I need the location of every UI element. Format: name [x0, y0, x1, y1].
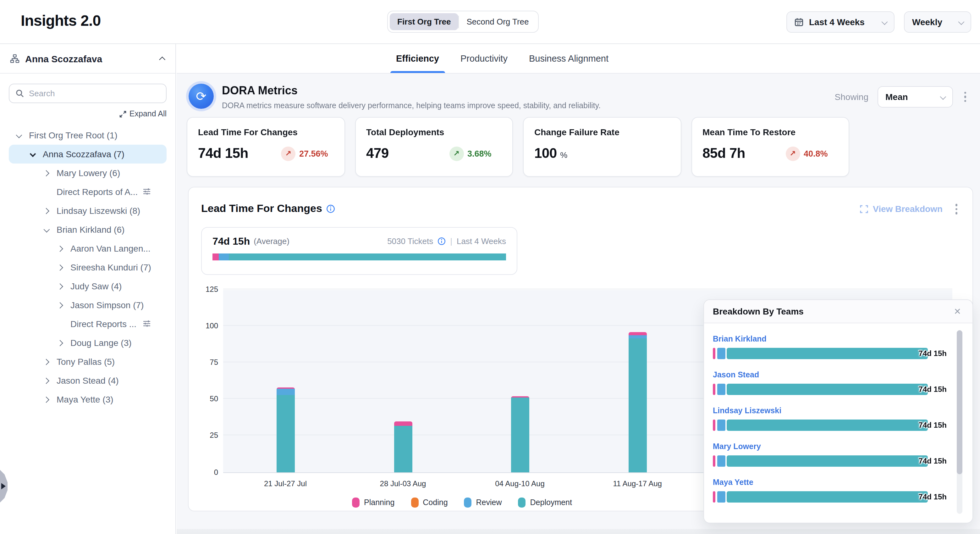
- filter-sliders-icon[interactable]: [143, 319, 151, 328]
- tree-item-label: Direct Reports of A...: [57, 187, 138, 197]
- chevron-right-icon[interactable]: [44, 378, 57, 383]
- chart-menu-button[interactable]: [953, 201, 960, 217]
- team-bar-deployment-segment: 74d 15h: [727, 348, 928, 359]
- chevron-right-icon[interactable]: [44, 397, 57, 402]
- x-axis-label-21-jul-27-jul: 21 Jul-27 Jul: [264, 479, 307, 488]
- bar-segment-planning: [628, 332, 646, 335]
- stacked-bar-21-jul-27-jul[interactable]: [276, 387, 294, 472]
- panel-scrollbar-thumb[interactable]: [957, 330, 963, 474]
- search-icon: [16, 89, 24, 97]
- team-bar-review-segment: [717, 419, 725, 431]
- chevron-down-icon: [881, 19, 888, 25]
- stacked-bar-28-jul-03-aug[interactable]: [394, 421, 412, 472]
- metric-card-mean-time-to-restore: Mean Time To Restore85d 7h↗40.8%: [691, 117, 849, 177]
- metric-value: 85d 7h: [702, 145, 786, 162]
- search-input[interactable]: [29, 89, 160, 98]
- tree-item-label: Tony Pallas (5): [57, 357, 115, 367]
- average-value: 74d 15h: [212, 236, 250, 247]
- trend-up-arrow-icon: ↗: [449, 146, 464, 161]
- expand-all-button[interactable]: Expand All: [9, 110, 167, 118]
- trend-delta-value: 27.56%: [299, 149, 328, 158]
- tree-item-maya-yette-3[interactable]: Maya Yette (3): [9, 390, 167, 409]
- chevron-right-icon[interactable]: [44, 359, 57, 364]
- legend-label: Planning: [364, 498, 395, 507]
- chevron-right-icon[interactable]: [58, 246, 70, 251]
- team-bar-deployment-segment: 74d 15h: [727, 491, 928, 502]
- average-stacked-bar: [212, 253, 506, 260]
- chevron-right-icon[interactable]: [44, 209, 57, 213]
- team-bar-planning-segment: [713, 384, 715, 395]
- chevron-right-icon[interactable]: [58, 303, 70, 307]
- second-org-tree-button[interactable]: Second Org Tree: [459, 13, 536, 30]
- top-right-controls: Last 4 Weeks Weekly: [786, 11, 971, 33]
- chevron-right-icon[interactable]: [58, 265, 70, 269]
- date-range-select[interactable]: Last 4 Weeks: [786, 11, 894, 33]
- tree-item-direct-reports-of-a[interactable]: Direct Reports of A...: [9, 182, 167, 201]
- info-icon[interactable]: [326, 205, 336, 214]
- tree-item-judy-saw-4[interactable]: Judy Saw (4): [9, 277, 167, 296]
- chevron-right-icon[interactable]: [58, 341, 70, 345]
- tree-item-lindsay-liszewski-8[interactable]: Lindsay Liszewski (8): [9, 201, 167, 220]
- metric-value: 74d 15h: [198, 145, 281, 162]
- team-value: 74d 15h: [919, 385, 947, 394]
- y-axis-tick-0: 0: [201, 468, 218, 477]
- tree-item-mary-lowery-6[interactable]: Mary Lowery (6): [9, 164, 167, 182]
- legend-item-planning: Planning: [352, 497, 395, 507]
- stacked-bar-11-aug-17-aug[interactable]: [628, 332, 646, 472]
- tree-item-label: Brian Kirkland (6): [57, 225, 124, 234]
- tree-item-jason-stead-4[interactable]: Jason Stead (4): [9, 371, 167, 390]
- team-name-link[interactable]: Mary Lowery: [713, 442, 972, 451]
- tab-efficiency[interactable]: Efficiency: [396, 44, 439, 73]
- tree-item-brian-kirkland-6[interactable]: Brian Kirkland (6): [9, 220, 167, 239]
- tree-item-tony-pallas-5[interactable]: Tony Pallas (5): [9, 352, 167, 371]
- chevron-down-icon[interactable]: [30, 152, 43, 156]
- average-summary-card: 74d 15h (Average) 5030 Tickets | Last 4 …: [201, 227, 517, 274]
- showing-select[interactable]: Mean: [877, 86, 953, 108]
- tree-item-aaron-van-langen[interactable]: Aaron Van Langen...: [9, 239, 167, 258]
- trend-delta-value: 3.68%: [468, 149, 492, 158]
- team-name-link[interactable]: Jason Stead: [713, 370, 972, 379]
- tree-item-sireesha-kunduri-7[interactable]: Sireesha Kunduri (7): [9, 258, 167, 277]
- tree-item-jason-simpson-7[interactable]: Jason Simpson (7): [9, 296, 167, 314]
- info-icon[interactable]: [438, 237, 446, 245]
- team-value: 74d 15h: [919, 421, 947, 430]
- legend-label: Review: [476, 498, 502, 507]
- chevron-right-icon[interactable]: [44, 171, 57, 175]
- team-name-link[interactable]: Lindsay Liszewski: [713, 406, 972, 415]
- chevron-down-icon[interactable]: [44, 227, 57, 232]
- team-name-link[interactable]: Brian Kirkland: [713, 335, 972, 343]
- view-breakdown-button[interactable]: View Breakdown: [860, 204, 943, 214]
- tab-productivity[interactable]: Productivity: [460, 44, 508, 73]
- teams-list: Brian Kirkland74d 15hJason Stead74d 15hL…: [704, 335, 972, 502]
- main-area: EfficiencyProductivityBusiness Alignment…: [177, 44, 980, 534]
- dora-menu-button[interactable]: [961, 89, 969, 105]
- tab-business-alignment[interactable]: Business Alignment: [529, 44, 608, 73]
- tree-item-anna-scozzafava-7[interactable]: Anna Scozzafava (7): [9, 145, 167, 164]
- sidebar-header[interactable]: Anna Scozzafava: [0, 44, 175, 73]
- tree-item-doug-lange-3[interactable]: Doug Lange (3): [9, 333, 167, 352]
- close-icon[interactable]: ✕: [951, 305, 964, 318]
- metric-unit: %: [558, 150, 567, 160]
- granularity-select[interactable]: Weekly: [904, 11, 971, 33]
- trend-badge: ↗40.8%: [786, 146, 828, 161]
- bar-segment-review: [628, 335, 646, 338]
- stacked-bar-04-aug-10-aug[interactable]: [511, 396, 529, 472]
- chevron-right-icon[interactable]: [58, 284, 70, 289]
- chevron-down-icon[interactable]: [16, 133, 29, 137]
- tree-item-direct-reports[interactable]: Direct Reports ...: [9, 314, 167, 333]
- team-name-link[interactable]: Maya Yette: [713, 478, 972, 487]
- trend-delta-value: 40.8%: [804, 149, 828, 158]
- tree-item-first-org-tree-root-1[interactable]: First Org Tree Root (1): [9, 126, 167, 145]
- team-bar-deployment-segment: 74d 15h: [727, 384, 928, 395]
- filter-sliders-icon[interactable]: [143, 187, 151, 196]
- active-tab-underline: [390, 71, 445, 73]
- tree-item-label: Anna Scozzafava (7): [43, 149, 124, 159]
- tickets-count: 5030 Tickets: [387, 236, 433, 246]
- metric-title: Change Failure Rate: [534, 127, 670, 137]
- first-org-tree-button[interactable]: First Org Tree: [390, 13, 458, 30]
- expand-corners-icon: [860, 205, 869, 213]
- trend-up-arrow-icon: ↗: [281, 146, 296, 161]
- page-bottom-edge: [177, 529, 980, 534]
- tree-item-label: Sireesha Kunduri (7): [70, 262, 151, 273]
- metric-card-lead-time-for-changes: Lead Time For Changes74d 15h↗27.56%: [187, 117, 345, 177]
